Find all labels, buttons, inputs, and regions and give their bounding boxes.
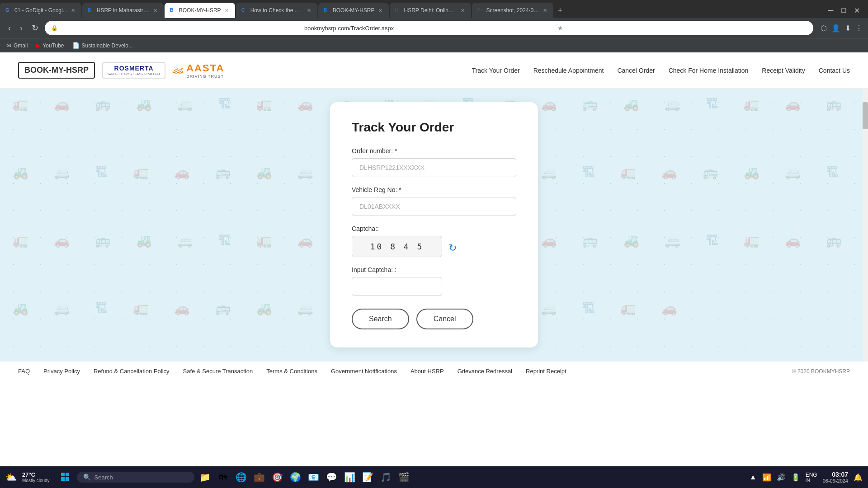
captcha-row: 10 8 4 5 ↻ xyxy=(352,236,516,257)
refresh-button[interactable]: ↻ xyxy=(29,21,41,35)
taskbar-app3-icon[interactable]: 📊 xyxy=(343,470,357,484)
bookmark-sustainable[interactable]: 📄 Sustainable Develo... xyxy=(72,42,133,49)
tab-favicon-4: C xyxy=(241,7,248,14)
taskbar-chrome-icon[interactable]: 🌍 xyxy=(288,470,303,484)
tab-favicon-5: B xyxy=(324,7,330,14)
captcha-label: Captcha:: xyxy=(352,225,516,232)
taskbar-notification-icon[interactable]: 🔔 xyxy=(854,473,863,482)
form-card: Track Your Order Order number: * Vehicle… xyxy=(330,102,538,347)
taskbar-condition: Mostly cloudy xyxy=(22,478,50,483)
scrollbar-thumb[interactable] xyxy=(863,102,868,129)
taskbar-app4-icon[interactable]: 🎵 xyxy=(379,470,393,484)
bookmark-gmail[interactable]: ✉ Gmail xyxy=(6,42,28,49)
taskbar-app2-icon[interactable]: 🎯 xyxy=(270,470,285,484)
bookmark-sustainable-label: Sustainable Develo... xyxy=(82,42,133,49)
taskbar-right: ▲ 📶 🔊 🔋 ENG IN 03:07 06-09-2024 🔔 xyxy=(750,471,863,483)
footer-faq[interactable]: FAQ xyxy=(18,368,30,375)
order-number-label: Order number: * xyxy=(352,147,516,155)
minimize-button[interactable]: ─ xyxy=(826,5,836,17)
tab-bar: G 01 - GoDigit - Googl... ✕ B HSRP in Ma… xyxy=(0,0,868,18)
close-button[interactable]: ✕ xyxy=(851,5,863,17)
footer-grievance[interactable]: Grievance Redressal xyxy=(458,368,512,375)
footer-reprint[interactable]: Reprint Receipt xyxy=(526,368,566,375)
nav-receipt-validity[interactable]: Receipt Validity xyxy=(762,67,805,74)
address-bar[interactable]: 🔒 bookmyhsrp.com/TrackOrder.aspx ★ xyxy=(45,21,813,35)
tab-close-5[interactable]: ✕ xyxy=(377,7,383,14)
rosmerta-name: ROSMERTA xyxy=(114,65,154,72)
footer-govt[interactable]: Government Notifications xyxy=(331,368,397,375)
site-header: BOOK-MY-HSRP ROSMERTA SAFETY SYSTEMS LIM… xyxy=(0,52,868,89)
tab-2[interactable]: B HSRP in Maharastra... ✕ xyxy=(82,3,164,18)
tab-title-4: How to Check the St... xyxy=(250,7,303,14)
tab-title-3: BOOK-MY-HSRP xyxy=(179,7,221,14)
tab-6[interactable]: H HSRP Delhi: Online R... ✕ xyxy=(390,3,471,18)
taskbar-search-bar[interactable]: 🔍 Search xyxy=(77,472,194,483)
taskbar-weather: ⛅ xyxy=(5,472,17,483)
downloads-icon[interactable]: ⬇ xyxy=(845,24,851,33)
scrollbar[interactable] xyxy=(863,89,868,361)
menu-icon[interactable]: ⋮ xyxy=(855,24,863,33)
tab-1[interactable]: G 01 - GoDigit - Googl... ✕ xyxy=(0,3,81,18)
maximize-button[interactable]: □ xyxy=(839,5,849,17)
footer-privacy[interactable]: Privacy Policy xyxy=(43,368,80,375)
extensions-icon[interactable]: ⬡ xyxy=(821,24,827,33)
profile-icon[interactable]: 👤 xyxy=(831,24,840,33)
taskbar-wifi-icon[interactable]: 📶 xyxy=(762,473,771,482)
order-number-input[interactable] xyxy=(352,158,516,177)
logo-rosmerta: ROSMERTA SAFETY SYSTEMS LIMITED xyxy=(102,62,165,79)
captcha-display: 10 8 4 5 xyxy=(352,236,442,257)
nav-contact-us[interactable]: Contact Us xyxy=(819,67,850,74)
taskbar-media-icon[interactable]: 🎬 xyxy=(397,470,411,484)
captcha-refresh-button[interactable]: ↻ xyxy=(447,240,458,256)
vehicle-reg-group: Vehicle Reg No: * xyxy=(352,186,516,216)
tab-close-3[interactable]: ✕ xyxy=(224,7,230,14)
nav-cancel-order[interactable]: Cancel Order xyxy=(617,67,655,74)
taskbar-system-icon[interactable]: ▲ xyxy=(750,473,757,481)
tab-close-6[interactable]: ✕ xyxy=(460,7,466,14)
form-buttons: Search Cancel xyxy=(352,309,516,329)
start-button[interactable] xyxy=(57,470,73,484)
taskbar-notes-icon[interactable]: 📝 xyxy=(361,470,375,484)
taskbar-app1-icon[interactable]: 💼 xyxy=(252,470,267,484)
aasta-name: AASTA xyxy=(186,62,224,74)
footer-safe[interactable]: Safe & Secure Transaction xyxy=(183,368,253,375)
cancel-button[interactable]: Cancel xyxy=(416,309,473,329)
gmail-icon: ✉ xyxy=(6,42,11,49)
tab-title-5: BOOK-MY-HSRP xyxy=(333,7,375,14)
taskbar-mail-icon[interactable]: 📧 xyxy=(307,470,321,484)
tab-close-2[interactable]: ✕ xyxy=(152,7,158,14)
footer-about[interactable]: About HSRP xyxy=(410,368,444,375)
tab-close-4[interactable]: ✕ xyxy=(306,7,312,14)
tab-favicon-2: B xyxy=(88,7,94,14)
tab-5[interactable]: B BOOK-MY-HSRP ✕ xyxy=(318,3,389,18)
footer-refund[interactable]: Refund & Cancellation Policy xyxy=(94,368,170,375)
taskbar-lang[interactable]: ENG IN xyxy=(806,472,817,483)
vehicle-reg-input[interactable] xyxy=(352,197,516,216)
nav-reschedule[interactable]: Reschedule Appointment xyxy=(533,67,604,74)
taskbar-whatsapp-icon[interactable]: 💬 xyxy=(325,470,339,484)
taskbar-volume-icon[interactable]: 🔊 xyxy=(777,473,786,482)
search-button[interactable]: Search xyxy=(352,309,409,329)
bookmark-youtube[interactable]: ▶ YouTube xyxy=(36,42,64,49)
tab-close-7[interactable]: ✕ xyxy=(542,7,548,14)
taskbar-battery-icon[interactable]: 🔋 xyxy=(791,473,800,482)
footer-terms[interactable]: Terms & Conditions xyxy=(266,368,317,375)
taskbar-store-icon[interactable]: 🛍 xyxy=(216,470,231,484)
taskbar-files-icon[interactable]: 📁 xyxy=(198,470,212,484)
input-captcha-input[interactable] xyxy=(352,277,442,296)
tab-7[interactable]: P Screenshot, 2024-09... ✕ xyxy=(472,3,553,18)
tab-close-1[interactable]: ✕ xyxy=(70,7,76,14)
rosmerta-sub: SAFETY SYSTEMS LIMITED xyxy=(108,72,160,76)
aasta-arrow-icon: 🏎 xyxy=(173,64,184,77)
back-button[interactable]: ‹ xyxy=(5,22,14,35)
main-content: 🚛🚗🚌🚜🚐🏗🚛🚗🚌🚜🚐🏗🚛🚗🚌🚜🚐🏗🚛🚗 🚌🚜🚐🏗🚛🚗🚌🚜🚐🏗🚛🚗🚌🚜🚐🏗🚛🚗🚌… xyxy=(0,89,868,361)
tab-3[interactable]: B BOOK-MY-HSRP ✕ xyxy=(165,3,235,18)
new-tab-button[interactable]: + xyxy=(554,6,566,15)
logo-aasta: 🏎 AASTA DRIVING TRUST xyxy=(173,62,224,79)
tab-4[interactable]: C How to Check the St... ✕ xyxy=(236,3,317,18)
input-captcha-group: Input Captcha: : xyxy=(352,266,516,296)
forward-button[interactable]: › xyxy=(17,22,25,35)
nav-home-installation[interactable]: Check For Home Installation xyxy=(669,67,749,74)
taskbar-edge-icon[interactable]: 🌐 xyxy=(234,470,249,484)
nav-track-order[interactable]: Track Your Order xyxy=(472,67,520,74)
